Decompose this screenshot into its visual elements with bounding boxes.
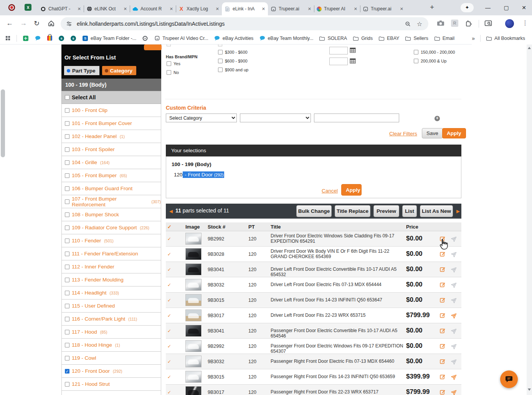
part-list-item[interactable]: 118 - Hood Hinge(1) [61, 339, 161, 352]
send-icon[interactable] [451, 328, 458, 334]
browser-tab[interactable]: eLink - InA✕ [222, 2, 268, 15]
browser-tab[interactable]: eLINK Oct✕ [84, 2, 130, 15]
part-list-item[interactable]: 111 - Fender Flare/Extension [61, 247, 161, 260]
parts-table-row[interactable]: ✓9B3015120Driver Left Front Door Fits 14… [166, 293, 461, 308]
browser-tab[interactable]: Trupeer AI✕ [314, 2, 360, 15]
part-list-item[interactable]: 114 - Headlight(333) [61, 286, 161, 300]
minimize-button[interactable]: — [482, 0, 494, 15]
send-icon[interactable] [451, 251, 458, 257]
browser-ai-sparkle-icon[interactable]: ✦ [461, 3, 474, 12]
browser-tab[interactable]: Trupeer.ai✕ [360, 2, 406, 15]
recording-indicator-icon[interactable] [8, 4, 15, 11]
part-list-item[interactable]: 105 - Front Bumper(65) [61, 169, 161, 182]
item-checkbox[interactable] [65, 356, 69, 360]
back-button[interactable]: ← [6, 19, 13, 27]
zoom-icon[interactable] [405, 21, 411, 27]
date-input-1[interactable] [329, 47, 348, 54]
price-range-checkbox[interactable] [218, 67, 223, 72]
has-brand-option-checkbox[interactable] [167, 61, 171, 66]
browser-tab[interactable]: Account R✕ [130, 2, 176, 15]
part-list-item[interactable]: 112 - Inner Fender [61, 260, 161, 273]
part-list-item[interactable]: 110 - Fender(501) [61, 234, 161, 247]
send-icon[interactable] [451, 235, 458, 242]
item-checkbox[interactable]: ✓ [65, 369, 69, 374]
date-input-2[interactable] [329, 58, 348, 65]
row-check-icon[interactable]: ✓ [167, 236, 171, 242]
item-checkbox[interactable] [65, 252, 69, 256]
maximize-button[interactable]: ▢ [501, 0, 512, 15]
page-scrollbar[interactable] [527, 44, 532, 395]
select-all-row[interactable]: Select All [61, 91, 161, 104]
site-info-icon[interactable] [66, 21, 72, 27]
calendar-icon[interactable] [350, 58, 356, 65]
part-list-item[interactable]: 104 - Grille(164) [61, 156, 161, 169]
part-photo[interactable] [185, 294, 202, 306]
row-check-icon[interactable]: ✓ [167, 298, 171, 303]
part-list-item[interactable]: 106 - Bumper Guard Front [61, 182, 161, 195]
part-list-item[interactable]: 121 - Hood Strut [61, 378, 161, 391]
bookmark-item[interactable]: Email [434, 35, 454, 41]
cutoff-checkbox[interactable] [167, 44, 171, 46]
all-bookmarks[interactable]: All Bookmarks [486, 36, 525, 41]
next-page-arrow[interactable]: ► [455, 208, 461, 214]
bookmark-item[interactable]: Sellers [405, 35, 428, 41]
send-icon[interactable] [451, 358, 458, 364]
tab-close-icon[interactable]: ✕ [308, 7, 311, 12]
extensions-puzzle-icon[interactable] [465, 20, 472, 27]
bulk-change-button[interactable]: Bulk Change [296, 205, 332, 217]
save-button[interactable]: Save [422, 128, 443, 138]
category-select[interactable]: Select Category [166, 114, 237, 122]
item-checkbox[interactable] [65, 186, 69, 191]
list-button[interactable]: List [402, 205, 417, 217]
bookmark-item[interactable] [142, 35, 148, 41]
item-checkbox[interactable] [65, 108, 69, 113]
part-list-item[interactable]: ✓120 - Front Door(292) [61, 365, 161, 378]
row-check-icon[interactable]: ✓ [167, 282, 171, 288]
extension-r-icon[interactable]: R [451, 20, 458, 27]
send-icon[interactable] [451, 297, 458, 303]
tab-close-icon[interactable]: ✕ [170, 7, 173, 12]
bookmark-item[interactable]: SeBay Team Folder -... [82, 35, 136, 41]
edit-icon[interactable] [439, 328, 446, 334]
parts-table-row[interactable]: ✓9B3015120Passenger Right Front Door Fit… [166, 369, 461, 385]
part-photo[interactable] [185, 356, 202, 367]
edit-icon[interactable] [439, 297, 446, 303]
apps-grid-icon[interactable] [5, 35, 11, 41]
item-checkbox[interactable] [65, 199, 69, 204]
item-checkbox[interactable] [65, 278, 69, 282]
item-checkbox[interactable] [65, 173, 69, 178]
tab-close-icon[interactable]: ✕ [262, 7, 265, 12]
part-photo[interactable] [185, 371, 202, 383]
category-toggle[interactable]: Category [102, 66, 137, 75]
tab-close-icon[interactable]: ✕ [354, 7, 357, 12]
price-range-checkbox[interactable] [218, 50, 223, 54]
part-photo[interactable] [185, 248, 202, 260]
part-photo[interactable] [185, 279, 202, 291]
parts-table-row[interactable]: ✓9B3032120Passenger Right Front Door Ele… [166, 354, 461, 369]
item-checkbox[interactable] [65, 317, 69, 321]
item-checkbox[interactable] [65, 134, 69, 139]
criteria-select[interactable] [240, 114, 311, 122]
apply-selections-button[interactable]: Apply [341, 184, 362, 196]
url-text[interactable]: elink.hollanderparts.com/Listings/Listin… [77, 21, 405, 27]
clear-filters-link[interactable]: Clear Filters [389, 131, 417, 137]
browser-tab[interactable]: XXactly Log✕ [176, 2, 222, 15]
apply-filters-button[interactable]: Apply [442, 128, 466, 138]
browser-tab[interactable]: ChatGPT -✕ [38, 2, 84, 15]
send-icon[interactable] [451, 312, 458, 318]
bookmark-item[interactable]: EBAY [378, 35, 399, 41]
tab-close-icon[interactable]: ✕ [216, 7, 219, 12]
item-checkbox[interactable] [65, 212, 69, 217]
home-button[interactable] [48, 20, 55, 29]
item-checkbox[interactable] [65, 225, 69, 230]
tab-close-icon[interactable]: ✕ [400, 7, 403, 12]
part-list-item[interactable]: 100 - Front Clip [61, 104, 161, 117]
parts-table-row[interactable]: ✓9B2992120Passenger Front Door Electric … [166, 339, 461, 354]
edit-icon[interactable] [439, 358, 446, 364]
part-photo[interactable] [185, 263, 202, 275]
row-check-icon[interactable]: ✓ [167, 328, 171, 334]
item-checkbox[interactable] [65, 304, 69, 308]
bookmarks-overflow-chevron[interactable]: » [472, 35, 475, 41]
price-range-checkbox[interactable] [218, 59, 223, 63]
part-list-item[interactable]: 115 - User Defined [61, 300, 161, 313]
